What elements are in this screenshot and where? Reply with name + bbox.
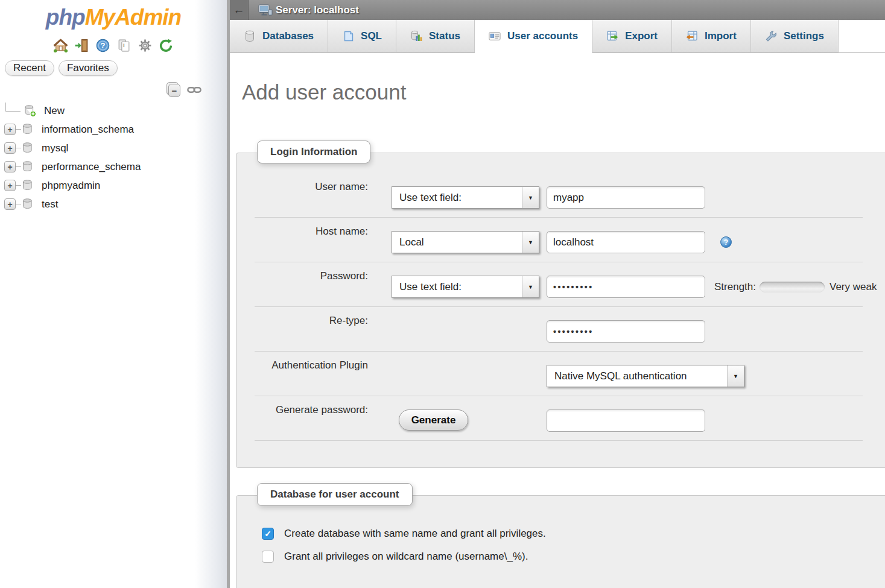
database-icon	[21, 142, 34, 154]
page-title: Add user account	[242, 80, 885, 104]
tab-user-accounts[interactable]: User accounts	[475, 20, 592, 53]
tree-item-label[interactable]: New	[44, 105, 65, 117]
tree-item-database[interactable]: + test	[0, 195, 227, 213]
phpmyadmin-app: phpMyAdmin ? i Recent Favorites	[0, 0, 885, 588]
database-icon	[244, 30, 256, 42]
grant-wildcard-checkbox[interactable]: ✓	[262, 551, 274, 563]
password-input[interactable]	[547, 276, 705, 298]
logout-icon[interactable]	[74, 37, 90, 53]
collapse-all-icon[interactable]: −	[167, 82, 181, 98]
tree-controls: −	[0, 82, 201, 98]
breadcrumb[interactable]: Server: localhost	[276, 4, 359, 16]
database-for-user-legend: Database for user account	[257, 483, 413, 506]
tree-item-label[interactable]: test	[42, 198, 58, 210]
chevron-down-icon: ▼	[727, 365, 744, 387]
expand-icon[interactable]: +	[4, 161, 16, 172]
username-type-select[interactable]: Use text field: ▼	[392, 186, 539, 209]
database-icon	[21, 179, 34, 192]
main-panel: ← Server: localhost Databases SQL Status…	[230, 0, 885, 588]
database-icon	[21, 198, 34, 210]
retype-row: Re-type:	[255, 307, 863, 352]
database-tree: New + information_schema + mysql + perfo…	[0, 101, 227, 213]
tree-item-label[interactable]: mysql	[42, 142, 68, 154]
favorites-button[interactable]: Favorites	[59, 60, 118, 76]
tree-item-label[interactable]: information_schema	[42, 124, 134, 136]
settings-gear-icon[interactable]	[138, 37, 153, 53]
chevron-down-icon: ▼	[522, 276, 539, 297]
docs-icon[interactable]: i	[116, 37, 132, 53]
password-strength: Strength: Very weak	[714, 276, 877, 298]
hostname-help-icon[interactable]: ?	[720, 236, 732, 248]
tree-item-database[interactable]: + information_schema	[0, 120, 227, 139]
password-type-select[interactable]: Use text field: ▼	[392, 276, 539, 298]
tree-item-new[interactable]: New	[0, 101, 227, 120]
strength-label: Strength:	[714, 281, 756, 293]
tab-label: Settings	[784, 30, 824, 42]
tab-label: SQL	[361, 30, 382, 42]
retype-label: Re-type:	[255, 315, 380, 327]
expand-icon[interactable]: +	[4, 142, 16, 154]
tab-sql[interactable]: SQL	[328, 20, 396, 53]
strength-value: Very weak	[829, 281, 877, 293]
server-breadcrumb-bar: ← Server: localhost	[230, 0, 885, 20]
auth-plugin-row: Authentication Plugin Native MySQL authe…	[255, 352, 863, 396]
tab-label: Import	[705, 30, 737, 42]
tab-export[interactable]: Export	[592, 20, 672, 53]
status-chart-icon	[410, 30, 422, 42]
tab-databases[interactable]: Databases	[230, 20, 328, 53]
password-row: Password: Use text field: ▼ Strength: Ve…	[255, 262, 863, 307]
generate-password-row: Generate password: Generate	[255, 396, 863, 441]
login-information-fieldset: Login Information User name: Use text fi…	[236, 153, 885, 468]
svg-text:?: ?	[100, 41, 105, 50]
retype-password-input[interactable]	[547, 320, 705, 343]
auth-plugin-label: Authentication Plugin	[255, 359, 380, 371]
tab-label: Status	[429, 30, 460, 42]
tab-import[interactable]: Import	[672, 20, 751, 53]
expand-icon[interactable]: +	[4, 124, 16, 135]
refresh-icon[interactable]	[159, 37, 174, 53]
hostname-type-select[interactable]: Local ▼	[392, 231, 539, 253]
hostname-row: Host name: Local ▼ ?	[255, 218, 863, 262]
tree-item-database[interactable]: + phpmyadmin	[0, 176, 227, 195]
checkbox-label[interactable]: Grant all privileges on wildcard name (u…	[284, 551, 528, 563]
password-label: Password:	[255, 270, 380, 282]
tree-item-database[interactable]: + mysql	[0, 139, 227, 157]
database-for-user-fieldset: Database for user account ✓ Create datab…	[236, 495, 885, 588]
help-icon[interactable]: ?	[95, 37, 111, 53]
hostname-label: Host name:	[255, 226, 380, 238]
sidebar-filters: Recent Favorites	[5, 60, 227, 76]
generated-password-input[interactable]	[547, 409, 705, 432]
back-arrow-button[interactable]: ←	[230, 0, 249, 20]
login-information-legend: Login Information	[257, 141, 370, 163]
sidebar: phpMyAdmin ? i Recent Favorites	[0, 0, 230, 588]
grant-wildcard-option: ✓ Grant all privileges on wildcard name …	[262, 551, 885, 563]
tree-item-label[interactable]: performance_schema	[42, 161, 141, 173]
tab-status[interactable]: Status	[396, 20, 475, 53]
database-icon	[21, 160, 34, 173]
server-icon	[258, 4, 273, 16]
tab-settings[interactable]: Settings	[751, 20, 839, 53]
recent-button[interactable]: Recent	[5, 60, 54, 76]
logo-php: php	[46, 5, 85, 30]
tree-item-database[interactable]: + performance_schema	[0, 157, 227, 176]
export-icon	[606, 30, 618, 42]
phpmyadmin-logo[interactable]: phpMyAdmin	[0, 5, 227, 30]
user-accounts-card-icon	[489, 30, 501, 42]
checkbox-label[interactable]: Create database with same name and grant…	[284, 528, 546, 540]
tab-label: User accounts	[507, 30, 578, 42]
create-database-checkbox[interactable]: ✓	[262, 528, 274, 540]
import-icon	[686, 30, 698, 42]
auth-plugin-select[interactable]: Native MySQL authentication ▼	[547, 365, 744, 387]
generate-button[interactable]: Generate	[399, 409, 468, 431]
hostname-input[interactable]	[547, 231, 705, 253]
svg-text:i: i	[123, 42, 125, 48]
username-input[interactable]	[547, 186, 705, 209]
wrench-icon	[765, 30, 777, 42]
expand-icon[interactable]: +	[4, 180, 16, 191]
expand-icon[interactable]: +	[4, 198, 16, 210]
home-icon[interactable]	[53, 37, 69, 53]
new-database-icon	[24, 104, 36, 117]
sql-scroll-icon	[342, 30, 354, 42]
tree-item-label[interactable]: phpmyadmin	[42, 180, 100, 192]
link-with-main-panel-icon[interactable]	[187, 85, 201, 95]
